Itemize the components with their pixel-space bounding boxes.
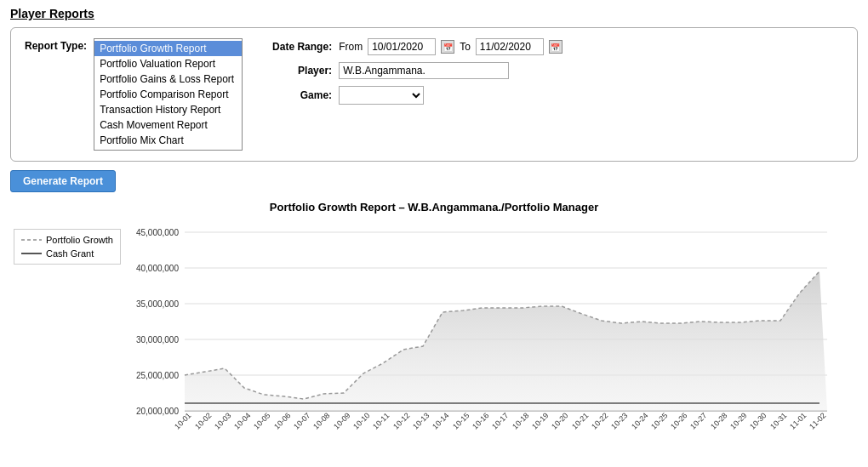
svg-text:10-30: 10-30 [748, 411, 768, 430]
to-label: To [460, 41, 471, 53]
svg-text:10-10: 10-10 [351, 411, 371, 430]
svg-text:10-26: 10-26 [669, 411, 688, 430]
svg-text:10-07: 10-07 [292, 411, 311, 430]
report-type-list: Portfolio Growth Report Portfolio Valuat… [94, 38, 243, 151]
legend-item-growth: Portfolio Growth [21, 235, 113, 245]
from-date-input[interactable] [368, 38, 436, 55]
svg-text:10-28: 10-28 [709, 411, 728, 430]
report-params-section: Date Range: From 📅 To 📅 Player: Game: [268, 38, 562, 105]
player-row: Player: [268, 62, 562, 79]
game-select[interactable] [339, 86, 424, 105]
chart-area: Portfolio Growth Report – W.B.Angammana.… [10, 201, 858, 467]
svg-text:10-23: 10-23 [609, 411, 629, 430]
svg-text:10-06: 10-06 [272, 411, 292, 430]
game-label: Game: [268, 89, 332, 101]
svg-text:25,000,000: 25,000,000 [136, 371, 179, 380]
svg-text:10-16: 10-16 [471, 411, 490, 430]
svg-text:10-08: 10-08 [311, 411, 331, 430]
svg-text:10-24: 10-24 [630, 411, 649, 430]
to-calendar-icon[interactable]: 📅 [549, 40, 562, 54]
svg-text:11-01: 11-01 [788, 411, 808, 430]
chart-svg: 45,000,000 40,000,000 35,000,000 30,000,… [129, 220, 836, 467]
chart-wrapper: Portfolio Growth Cash Grant 45,000,000 4… [14, 220, 854, 467]
svg-text:11-02: 11-02 [808, 411, 827, 430]
page-title: Player Reports [10, 7, 858, 20]
report-type-section: Report Type: Portfolio Growth Report Por… [25, 38, 243, 151]
svg-text:10-20: 10-20 [550, 411, 569, 430]
report-item-comparison[interactable]: Portfolio Comparison Report [94, 87, 242, 102]
to-date-input[interactable] [476, 38, 544, 55]
svg-text:45,000,000: 45,000,000 [136, 228, 179, 237]
svg-text:10-17: 10-17 [490, 411, 510, 430]
svg-text:10-15: 10-15 [451, 411, 471, 430]
legend-solid-line [21, 253, 42, 254]
from-label: From [339, 41, 363, 53]
report-item-mix[interactable]: Portfolio Mix Chart [94, 133, 242, 148]
svg-text:10-05: 10-05 [252, 411, 271, 430]
svg-text:30,000,000: 30,000,000 [136, 335, 179, 345]
legend-dashed-line [21, 239, 42, 241]
svg-text:10-18: 10-18 [511, 411, 530, 430]
svg-text:10-13: 10-13 [411, 411, 431, 430]
svg-text:10-25: 10-25 [649, 411, 669, 430]
legend-growth-label: Portfolio Growth [46, 235, 113, 245]
svg-text:10-22: 10-22 [590, 411, 609, 430]
svg-text:10-09: 10-09 [332, 411, 351, 430]
svg-text:20,000,000: 20,000,000 [136, 407, 179, 416]
game-row: Game: [268, 86, 562, 105]
legend-cash-label: Cash Grant [46, 248, 94, 259]
svg-text:35,000,000: 35,000,000 [136, 299, 179, 309]
svg-text:40,000,000: 40,000,000 [136, 264, 179, 273]
svg-text:10-14: 10-14 [431, 411, 450, 430]
svg-text:10-12: 10-12 [391, 411, 411, 430]
report-item-cash[interactable]: Cash Movement Report [94, 117, 242, 133]
svg-text:10-04: 10-04 [232, 411, 252, 430]
chart-legend: Portfolio Growth Cash Grant [14, 229, 121, 265]
generate-report-button[interactable]: Generate Report [10, 170, 116, 192]
date-range-inputs: From 📅 To 📅 [339, 38, 562, 55]
report-type-label: Report Type: [25, 38, 87, 52]
chart-title: Portfolio Growth Report – W.B.Angammana.… [14, 201, 854, 214]
svg-text:10-21: 10-21 [570, 411, 590, 430]
date-range-row: Date Range: From 📅 To 📅 [268, 38, 562, 55]
svg-text:10-02: 10-02 [193, 411, 213, 430]
page-container: Player Reports Report Type: Portfolio Gr… [0, 0, 868, 467]
svg-text:10-31: 10-31 [768, 411, 788, 430]
svg-text:10-27: 10-27 [688, 411, 708, 430]
date-range-label: Date Range: [268, 41, 332, 53]
from-calendar-icon[interactable]: 📅 [441, 40, 454, 54]
player-label: Player: [268, 65, 332, 77]
legend-item-cash: Cash Grant [21, 248, 113, 259]
report-item-valuation[interactable]: Portfolio Valuation Report [94, 56, 242, 71]
svg-text:10-29: 10-29 [728, 411, 748, 430]
svg-text:10-19: 10-19 [530, 411, 550, 430]
report-item-gains[interactable]: Portfolio Gains & Loss Report [94, 71, 242, 87]
report-item-growth[interactable]: Portfolio Growth Report [94, 41, 242, 56]
report-config-box: Report Type: Portfolio Growth Report Por… [10, 27, 858, 162]
player-input[interactable] [339, 62, 509, 79]
chart-svg-container: 45,000,000 40,000,000 35,000,000 30,000,… [129, 220, 854, 467]
report-item-transaction[interactable]: Transaction History Report [94, 102, 242, 117]
svg-text:10-03: 10-03 [213, 411, 232, 430]
svg-text:10-11: 10-11 [371, 411, 391, 430]
